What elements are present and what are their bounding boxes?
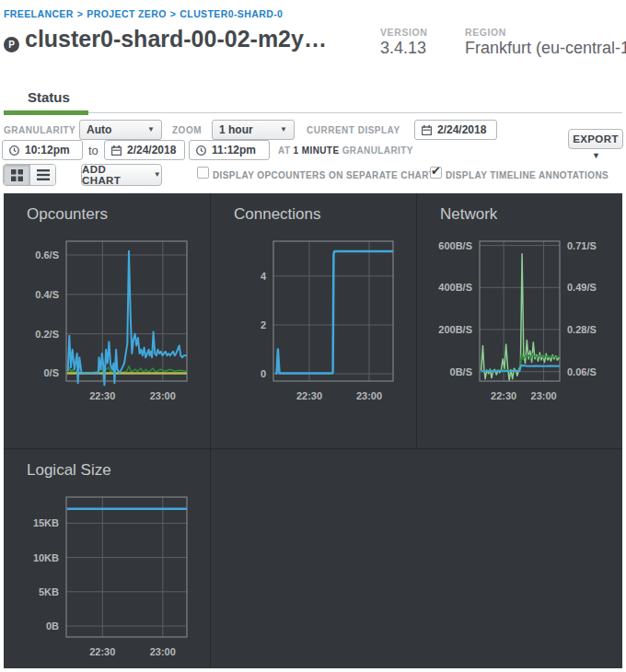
zoom-label: ZOOM [172, 125, 202, 135]
current-display-label: CURRENT DISPLAY [307, 125, 400, 135]
calendar-icon [422, 125, 432, 135]
svg-text:0.49/S: 0.49/S [567, 282, 597, 293]
timeline-annotations-checkbox[interactable]: ✔ [430, 167, 442, 179]
tab-status[interactable]: Status [28, 89, 70, 105]
breadcrumb-item[interactable]: PROJECT ZERO [87, 8, 166, 19]
svg-text:0.06/S: 0.06/S [567, 366, 597, 377]
bottom-margin [0, 668, 626, 672]
export-menu-caret-icon[interactable]: ▼ [592, 151, 600, 160]
zoom-select[interactable]: 1 hour ▼ [212, 120, 295, 140]
breadcrumb-item[interactable]: FREELANCER [4, 8, 74, 19]
svg-text:5KB: 5KB [39, 586, 59, 597]
grid-icon [11, 169, 23, 181]
region-label: REGION [465, 27, 506, 38]
primary-node-badge: P [4, 37, 19, 52]
granularity-select[interactable]: Auto ▼ [79, 120, 162, 140]
time-to-value: 11:12pm [212, 144, 256, 156]
series-connections [275, 251, 393, 374]
chart-tile-opcounters[interactable]: Opcounters 0/S0.2/S0.4/S0.6/S22:3023:00 [4, 193, 210, 448]
date-to-input[interactable]: 2/24/2018 [104, 140, 185, 160]
chart-canvas-opcounters: 0/S0.2/S0.4/S0.6/S22:3023:00 [4, 193, 210, 448]
list-icon [37, 169, 50, 180]
granularity-label: GRANULARITY [4, 125, 75, 135]
empty-chart-slot [211, 449, 622, 668]
svg-text:0/S: 0/S [43, 367, 59, 378]
check-icon: ✔ [431, 164, 441, 178]
zoom-value: 1 hour [219, 123, 253, 136]
svg-text:0B/S: 0B/S [450, 366, 472, 377]
svg-text:200B/S: 200B/S [438, 324, 472, 335]
page-title: cluster0-shard-00-02-m2y… [25, 26, 327, 52]
svg-text:23:00: 23:00 [531, 390, 557, 401]
view-toggle-group [3, 164, 56, 186]
display-date-value: 2/24/2018 [437, 123, 486, 136]
svg-text:2: 2 [261, 319, 266, 330]
svg-text:23:00: 23:00 [150, 390, 176, 401]
svg-text:22:30: 22:30 [491, 390, 516, 401]
region-value: Frankfurt (eu-central-1) [465, 39, 626, 58]
chevron-down-icon: ▼ [280, 126, 287, 133]
chevron-down-icon: ▼ [147, 126, 155, 133]
display-date-input[interactable]: 2/24/2018 [414, 120, 497, 140]
svg-text:23:00: 23:00 [150, 646, 176, 657]
to-label: to [88, 144, 99, 157]
svg-text:0: 0 [261, 368, 266, 379]
svg-text:0.28/S: 0.28/S [567, 324, 597, 335]
svg-text:0.2/S: 0.2/S [35, 329, 59, 340]
calendar-icon [111, 145, 122, 156]
opcounters-separate-checkbox[interactable] [197, 167, 209, 179]
clock-icon [196, 145, 206, 156]
chart-tile-network[interactable]: Network 0B/S200B/S400B/S600B/S0.06/S0.28… [417, 193, 622, 448]
list-view-button[interactable] [29, 165, 55, 185]
opcounters-separate-label[interactable]: DISPLAY OPCOUNTERS ON SEPARATE CHARTS [213, 170, 441, 180]
date-to-value: 2/24/2018 [127, 144, 176, 156]
version-value: 3.4.13 [380, 39, 426, 58]
svg-text:22:30: 22:30 [296, 390, 322, 401]
svg-text:23:00: 23:00 [356, 390, 382, 401]
tab-active-indicator [4, 110, 88, 115]
time-to-input[interactable]: 11:12pm [189, 140, 270, 160]
svg-text:10KB: 10KB [33, 552, 59, 563]
svg-text:0B: 0B [46, 620, 59, 631]
add-chart-button[interactable]: ADD CHART ▼ [81, 164, 162, 186]
grid-view-button[interactable] [4, 165, 29, 185]
chart-canvas-network: 0B/S200B/S400B/S600B/S0.06/S0.28/S0.49/S… [417, 193, 622, 448]
chart-canvas-logical-size: 0B5KB10KB15KB22:3023:00 [4, 449, 210, 668]
svg-text:4: 4 [261, 271, 267, 282]
chart-canvas-connections: 02422:3023:00 [211, 193, 416, 448]
chevron-down-icon: ▼ [154, 171, 161, 179]
export-button[interactable]: EXPORT [568, 129, 623, 149]
time-from-input[interactable]: 10:12pm [2, 140, 83, 160]
breadcrumb: FREELANCER>PROJECT ZERO>CLUSTER0-SHARD-0 [4, 8, 283, 19]
timeline-annotations-label[interactable]: DISPLAY TIMELINE ANNOTATIONS [446, 170, 609, 180]
series-command [68, 251, 187, 386]
granularity-current: 1 MINUTE [294, 145, 340, 156]
tab-divider [4, 112, 622, 113]
svg-text:22:30: 22:30 [89, 390, 115, 401]
clock-icon [9, 145, 19, 156]
svg-text:400B/S: 400B/S [438, 282, 472, 293]
breadcrumb-item[interactable]: CLUSTER0-SHARD-0 [180, 8, 283, 19]
version-label: VERSION [380, 27, 427, 38]
svg-text:0.4/S: 0.4/S [35, 289, 59, 300]
cluster-status-page: FREELANCER>PROJECT ZERO>CLUSTER0-SHARD-0… [0, 0, 626, 672]
svg-text:22:30: 22:30 [89, 646, 115, 657]
svg-text:0.6/S: 0.6/S [35, 249, 59, 261]
svg-text:15KB: 15KB [33, 517, 59, 528]
breadcrumb-separator: > [167, 8, 180, 19]
chart-tile-logical-size[interactable]: Logical Size 0B5KB10KB15KB22:3023:00 [4, 449, 210, 668]
time-from-value: 10:12pm [25, 144, 70, 156]
svg-text:0.71/S: 0.71/S [567, 240, 597, 251]
granularity-value: Auto [87, 123, 111, 136]
charts-grid: Opcounters 0/S0.2/S0.4/S0.6/S22:3023:00 … [4, 193, 622, 668]
breadcrumb-separator: > [74, 8, 87, 19]
svg-text:600B/S: 600B/S [438, 240, 472, 251]
at-granularity-text: AT 1 MINUTE GRANULARITY [278, 145, 413, 156]
series-num-requests [481, 365, 560, 371]
chart-tile-connections[interactable]: Connections 02422:3023:00 [211, 193, 416, 448]
